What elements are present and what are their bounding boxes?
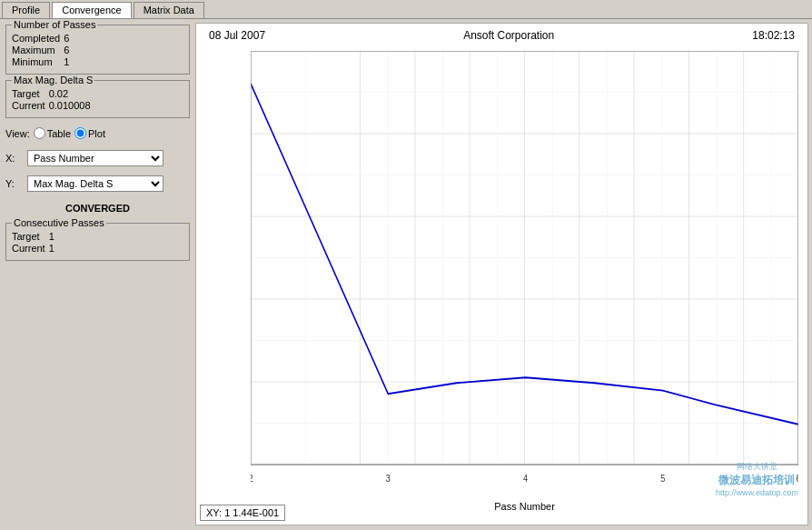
- consec-row-current: Current 1: [12, 243, 58, 255]
- chart-area: 08 Jul 2007 Ansoft Corporation 18:02:13: [195, 23, 808, 525]
- passes-group-title: Number of Passes: [12, 19, 97, 30]
- chart-header: 08 Jul 2007 Ansoft Corporation 18:02:13: [196, 24, 807, 47]
- delta-group: Max Mag. Delta S Target 0.02 Current 0.0…: [5, 80, 190, 118]
- delta-group-title: Max Mag. Delta S: [12, 75, 94, 85]
- passes-row-completed: Completed 6: [12, 33, 73, 45]
- consec-value-current: 1: [49, 243, 58, 255]
- x-axis-select[interactable]: Pass Number: [27, 150, 163, 166]
- passes-row-minimum: Minimum 1: [12, 56, 73, 68]
- passes-group: Number of Passes Completed 6 Maximum 6 M…: [5, 25, 190, 75]
- chart-body: 1.25E-001 1.00E-001 7.50E-002 5.00E-002 …: [196, 47, 807, 525]
- view-table-radio[interactable]: Table: [34, 127, 71, 139]
- passes-label-minimum: Minimum: [12, 56, 64, 68]
- consec-label-target: Target: [12, 231, 49, 243]
- consec-value-target: 1: [49, 231, 58, 243]
- svg-text:2: 2: [251, 474, 253, 485]
- delta-row-target: Target 0.02: [12, 88, 94, 100]
- passes-value-maximum: 6: [64, 45, 73, 56]
- delta-label-target: Target: [12, 88, 49, 100]
- y-axis-row: Y: Max Mag. Delta S: [5, 174, 190, 194]
- view-row: View: Table Plot: [5, 124, 190, 143]
- svg-text:3: 3: [386, 474, 391, 485]
- passes-value-minimum: 1: [64, 56, 73, 68]
- passes-value-completed: 6: [64, 33, 73, 45]
- svg-text:4: 4: [523, 474, 529, 485]
- x-axis-label: X:: [5, 153, 24, 164]
- converged-label: CONVERGED: [5, 199, 190, 217]
- delta-value-target: 0.02: [49, 88, 94, 100]
- chart-svg: 1.25E-001 1.00E-001 7.50E-002 5.00E-002 …: [251, 51, 798, 497]
- delta-value-current: 0.010008: [49, 100, 94, 112]
- consecutive-group: Consecutive Passes Target 1 Current 1: [5, 223, 190, 261]
- main-content: Number of Passes Completed 6 Maximum 6 M…: [0, 19, 812, 529]
- tab-convergence[interactable]: Convergence: [52, 2, 131, 18]
- tab-profile[interactable]: Profile: [2, 2, 50, 18]
- view-label: View:: [5, 128, 30, 139]
- tab-bar: Profile Convergence Matrix Data: [0, 0, 812, 19]
- svg-text:6: 6: [796, 474, 798, 485]
- view-table-input[interactable]: [34, 127, 45, 139]
- consec-row-target: Target 1: [12, 231, 58, 243]
- x-axis-row: X: Pass Number: [5, 148, 190, 168]
- passes-label-maximum: Maximum: [12, 45, 64, 56]
- svg-text:5: 5: [660, 474, 666, 485]
- consec-label-current: Current: [12, 243, 49, 255]
- consecutive-group-title: Consecutive Passes: [12, 217, 106, 228]
- left-panel: Number of Passes Completed 6 Maximum 6 M…: [0, 19, 195, 529]
- tab-matrix-data[interactable]: Matrix Data: [134, 2, 204, 18]
- view-plot-input[interactable]: [74, 127, 86, 139]
- chart-time: 18:02:13: [752, 29, 795, 42]
- x-axis-title: Pass Number: [251, 501, 798, 512]
- view-plot-radio[interactable]: Plot: [74, 127, 105, 139]
- chart-date: 08 Jul 2007: [209, 29, 265, 42]
- passes-row-maximum: Maximum 6: [12, 45, 73, 56]
- y-axis-select[interactable]: Max Mag. Delta S: [27, 175, 163, 192]
- passes-label-completed: Completed: [12, 33, 64, 45]
- delta-label-current: Current: [12, 100, 49, 112]
- chart-company: Ansoft Corporation: [463, 29, 554, 42]
- xy-display: XY: 1 1.44E-001: [200, 505, 285, 521]
- y-axis-label: Y:: [5, 178, 24, 189]
- delta-row-current: Current 0.010008: [12, 100, 94, 112]
